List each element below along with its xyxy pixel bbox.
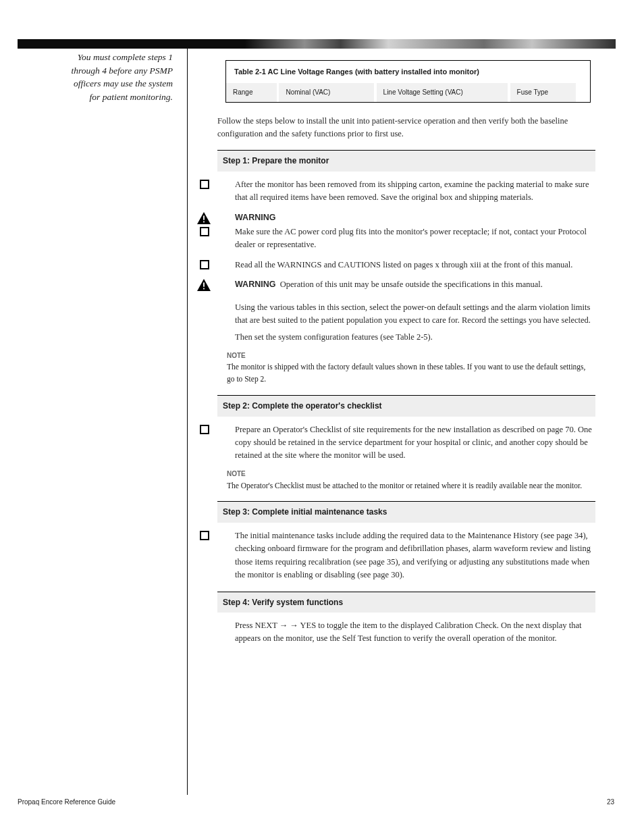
- note-label: NOTE: [227, 470, 246, 477]
- intro-paragraph: Follow the steps below to install the un…: [217, 115, 595, 141]
- table-caption: Table 2-1 AC Line Voltage Ranges (with b…: [226, 61, 590, 83]
- checklist-item: Read all the WARNINGS and CAUTIONS liste…: [217, 259, 595, 271]
- step-2-heading: Step 2: Complete the operator's checklis…: [217, 395, 595, 417]
- margin-line: officers may use the system: [18, 77, 173, 90]
- warning-label: WARNING: [235, 280, 275, 289]
- warning-text: Operation of this unit may be unsafe out…: [280, 280, 543, 289]
- note-block: NOTE The Operator's Checklist must be at…: [227, 468, 591, 492]
- svg-rect-1: [203, 221, 205, 222]
- vertical-rule: [187, 49, 188, 795]
- item-text: After the monitor has been removed from …: [235, 178, 595, 205]
- item-text: Then set the system configuration featur…: [235, 331, 595, 344]
- col-fuse: Fuse Type: [510, 83, 576, 102]
- item-text: The initial maintenance tasks include ad…: [235, 529, 595, 582]
- note-label: NOTE: [227, 352, 246, 359]
- checklist-item: Prepare an Operator's Checklist of site …: [217, 423, 595, 463]
- item-text: Prepare an Operator's Checklist of site …: [235, 423, 595, 463]
- warning-item: WARNING: [217, 211, 595, 224]
- checkbox-icon: [200, 531, 209, 540]
- warning-label: WARNING: [235, 211, 595, 224]
- voltage-table: Table 2-1 AC Line Voltage Ranges (with b…: [225, 60, 591, 103]
- warning-triangle-icon: [196, 278, 211, 292]
- step-3-heading: Step 3: Complete initial maintenance tas…: [217, 501, 595, 523]
- paragraph: Using the various tables in this section…: [217, 301, 595, 328]
- col-nominal: Nominal (VAC): [279, 83, 373, 102]
- step-1-heading: Step 1: Prepare the monitor: [217, 150, 595, 172]
- checklist-item: After the monitor has been removed from …: [217, 178, 595, 205]
- svg-rect-0: [203, 215, 205, 219]
- note-text: The monitor is shipped with the factory …: [227, 363, 585, 383]
- page-number: 23: [607, 798, 614, 806]
- svg-rect-3: [203, 288, 205, 290]
- svg-rect-2: [203, 283, 205, 287]
- table-header-row: Range Nominal (VAC) Line Voltage Setting…: [226, 83, 590, 102]
- warning-item: WARNING Operation of this unit may be un…: [217, 278, 595, 291]
- checkbox-icon: [200, 227, 209, 236]
- checkbox-icon: [200, 260, 209, 269]
- paragraph: Then set the system configuration featur…: [217, 331, 595, 344]
- item-text: Press NEXT → → YES to toggle the item to…: [235, 619, 595, 646]
- item-text: Read all the WARNINGS and CAUTIONS liste…: [235, 259, 595, 271]
- page: You must complete steps 1 through 4 befo…: [0, 0, 644, 834]
- footer-title: Propaq Encore Reference Guide: [18, 798, 115, 806]
- paragraph: Press NEXT → → YES to toggle the item to…: [217, 619, 595, 646]
- margin-line: through 4 before any PSMP: [18, 64, 173, 78]
- item-text: Using the various tables in this section…: [235, 301, 595, 328]
- checkbox-icon: [200, 180, 209, 189]
- step-4-heading: Step 4: Verify system functions: [217, 592, 595, 613]
- note-text: The Operator's Checklist must be attache…: [227, 481, 582, 490]
- col-setting: Line Voltage Setting (VAC): [377, 83, 508, 102]
- margin-line: for patient monitoring.: [18, 90, 173, 104]
- checkbox-icon: [200, 425, 209, 434]
- item-text: Make sure the AC power cord plug fits in…: [235, 226, 595, 252]
- checklist-item: Make sure the AC power cord plug fits in…: [217, 226, 595, 252]
- left-margin-note: You must complete steps 1 through 4 befo…: [18, 51, 180, 103]
- top-gradient-band: [18, 39, 616, 49]
- note-block: NOTE The monitor is shipped with the fac…: [227, 350, 591, 386]
- col-range: Range: [226, 83, 277, 102]
- main-column: Table 2-1 AC Line Voltage Ranges (with b…: [200, 51, 615, 646]
- warning-triangle-icon: [196, 211, 211, 225]
- margin-line: You must complete steps 1: [18, 51, 173, 64]
- checklist-item: The initial maintenance tasks include ad…: [217, 529, 595, 582]
